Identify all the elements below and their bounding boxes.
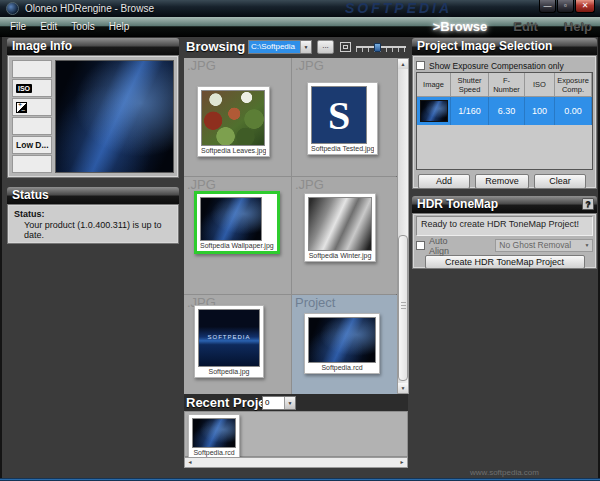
tab-help[interactable]: Help	[564, 19, 592, 34]
show-exposure-label: Show Exposure Compensation only	[429, 61, 564, 71]
image-info-panel: Image Info ISO + − Low D...	[7, 38, 179, 178]
window-title: Oloneo HDRengine - Browse	[25, 3, 154, 14]
thumbnail-caption: Softpedia.jpg	[198, 367, 260, 376]
clear-button[interactable]: Clear	[534, 174, 586, 189]
thumbnail-size-icon	[340, 42, 351, 52]
info-cell-exposure: + −	[12, 98, 52, 116]
browse-cell: .JPG Softpedia Winter.jpg	[292, 177, 398, 294]
ghost-removal-value[interactable]: No Ghost Removal	[496, 240, 582, 251]
app-window: Oloneo HDRengine - Browse SOFTPEDIA — ▫ …	[0, 0, 600, 481]
browse-cell: .JPG Softpedia Wallpaper.jpg	[184, 177, 291, 294]
browser-vertical-scrollbar[interactable]: ▲ ▼	[397, 58, 409, 394]
thumbnail-softpedia-leaves[interactable]: Softpedia Leaves.jpg	[197, 86, 270, 157]
iso-icon: ISO	[16, 84, 32, 93]
maximize-button[interactable]: ▫	[557, 0, 574, 13]
recent-project-combobox[interactable]: 0 ▼	[262, 396, 296, 410]
recent-project-count[interactable]: 0	[263, 397, 284, 409]
low-d-label: Low D...	[16, 140, 49, 150]
hdr-tonemap-panel: HDR ToneMap ? Ready to create HDR ToneMa…	[412, 196, 597, 269]
column-header-shutter-speed: Shutter Speed	[451, 73, 489, 97]
thumbnail-image	[201, 90, 265, 146]
recent-project-list: Softpedia.rcd	[184, 411, 408, 457]
file-type-label: .JPG	[187, 177, 216, 192]
remove-button[interactable]: Remove	[475, 174, 529, 189]
cell-f-number: 6.30	[489, 97, 525, 125]
cell-shutter-speed: 1/160	[451, 97, 489, 125]
minus-glyph: −	[21, 107, 25, 114]
info-cell-empty-1	[12, 60, 52, 78]
thumbnail-caption: Softpedia Tested.jpg	[311, 144, 374, 153]
softpedia-url-watermark: www.softpedia.com	[412, 468, 597, 477]
thumbnail-softpedia-wallpaper-selected[interactable]: Softpedia Wallpaper.jpg	[194, 191, 280, 254]
hdr-tonemap-title: HDR ToneMap	[417, 197, 498, 211]
app-icon	[6, 2, 19, 15]
minimize-button[interactable]: —	[539, 0, 556, 13]
create-hdr-tonemap-button[interactable]: Create HDR ToneMap Project	[425, 255, 585, 269]
slider-thumb[interactable]	[374, 43, 381, 52]
scroll-left-icon[interactable]: ◄	[185, 458, 195, 467]
browse-folder-button[interactable]: ...	[317, 40, 334, 54]
browsing-title: Browsing	[186, 39, 245, 54]
thumbnail-caption: Softpedia Winter.jpg	[308, 251, 372, 260]
scroll-up-icon[interactable]: ▲	[398, 59, 408, 69]
menu-help[interactable]: Help	[109, 21, 130, 32]
tonemap-status-message: Ready to create HDR ToneMap Project!	[416, 216, 593, 236]
info-cell-empty-3	[12, 155, 52, 173]
scroll-down-icon[interactable]: ▼	[398, 383, 408, 393]
ghost-removal-dropdown[interactable]: No Ghost Removal ▼	[495, 239, 593, 252]
thumbnail-softpedia-tested[interactable]: S Softpedia Tested.jpg	[307, 82, 378, 155]
close-button[interactable]: ✕	[575, 0, 595, 13]
cell-exposure-comp: 0.00	[555, 97, 592, 125]
folder-path-value[interactable]: C:\Softpedia	[249, 41, 300, 53]
file-browser-grid: .JPG Softpedia Leaves.jpg .JPG S Softped…	[184, 58, 397, 394]
table-row[interactable]: 1/160 6.30 100 0.00	[417, 97, 592, 125]
browse-cell: .JPG S Softpedia Tested.jpg	[292, 58, 398, 176]
thumbnail-image	[192, 418, 236, 448]
chevron-down-icon[interactable]: ▼	[284, 397, 295, 409]
status-title: Status	[7, 187, 179, 204]
menu-edit[interactable]: Edit	[40, 21, 57, 32]
browse-cell: .JPG SOFTPEDIA Softpedia.jpg	[184, 295, 291, 396]
scroll-right-icon[interactable]: ►	[397, 458, 407, 467]
info-cell-iso: ISO	[12, 79, 52, 97]
menubar: File Edit Tools Help >Browse Edit Help	[0, 17, 600, 37]
menu-file[interactable]: File	[10, 21, 26, 32]
thumbnail-image: SOFTPEDIA	[198, 309, 260, 367]
add-button[interactable]: Add	[418, 174, 470, 189]
thumbnail-caption: Softpedia.rcd	[192, 448, 236, 457]
thumbnail-caption: Softpedia.rcd	[308, 363, 376, 372]
folder-path-combobox[interactable]: C:\Softpedia ▼	[248, 40, 312, 54]
image-preview	[55, 60, 174, 173]
tab-browse[interactable]: >Browse	[433, 19, 488, 34]
browse-cell-project: Project Softpedia.rcd	[292, 295, 398, 396]
recent-thumbnail-softpedia-rcd[interactable]: Softpedia.rcd	[188, 414, 240, 459]
show-exposure-checkbox[interactable]	[416, 61, 425, 70]
thumbnail-size-slider[interactable]	[356, 42, 406, 52]
thumbnail-softpedia-jpg[interactable]: SOFTPEDIA Softpedia.jpg	[194, 305, 264, 378]
browsing-toolbar: Browsing C:\Softpedia ▼ ...	[184, 38, 408, 58]
thumbnail-softpedia-winter[interactable]: Softpedia Winter.jpg	[304, 193, 376, 262]
thumbnail-image	[308, 197, 372, 251]
help-icon[interactable]: ?	[582, 198, 594, 210]
status-label: Status:	[14, 209, 172, 219]
chevron-down-icon[interactable]: ▼	[300, 41, 311, 53]
vertical-scroll-thumb[interactable]	[398, 235, 408, 381]
menu-tools[interactable]: Tools	[71, 21, 94, 32]
thumbnail-softpedia-rcd[interactable]: Softpedia.rcd	[304, 313, 380, 374]
thumbnail-image	[200, 197, 262, 241]
slider-ticks	[356, 48, 406, 52]
chevron-down-icon[interactable]: ▼	[582, 240, 592, 251]
status-panel: Status Status: Your product (1.0.400.311…	[7, 187, 179, 244]
softpedia-overlay-text: SOFTPEDIA	[199, 334, 259, 340]
file-type-label: Project	[295, 295, 335, 310]
titlebar[interactable]: Oloneo HDRengine - Browse SOFTPEDIA — ▫ …	[0, 0, 600, 17]
status-message: Your product (1.0.400.311) is up to date…	[14, 220, 172, 240]
tab-edit[interactable]: Edit	[513, 19, 538, 34]
recent-horizontal-scrollbar[interactable]: ◄ ►	[184, 457, 408, 468]
auto-align-label: Auto Align	[429, 236, 469, 256]
auto-align-checkbox[interactable]	[416, 241, 425, 250]
image-info-title: Image Info	[7, 38, 179, 55]
thumbnail-image: S	[311, 86, 367, 144]
recent-project-bar: Recent Project 0 ▼	[184, 394, 408, 411]
cell-iso: 100	[525, 97, 555, 125]
